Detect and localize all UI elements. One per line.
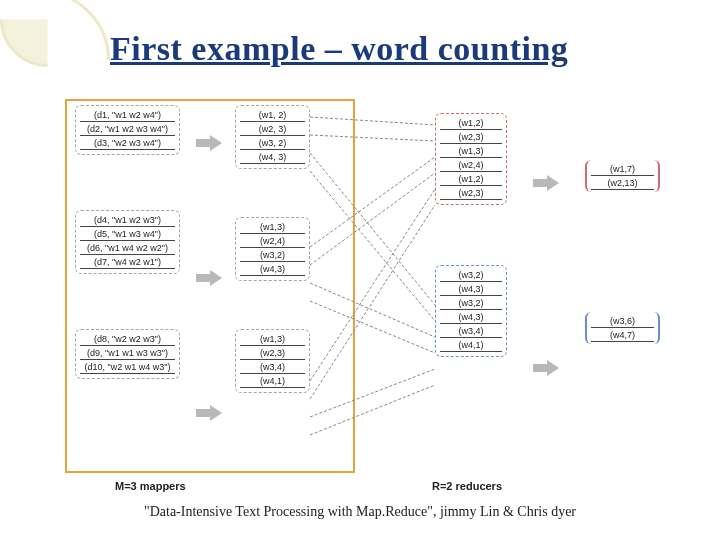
doc-cell: (d10, "w2 w1 w4 w3") xyxy=(80,360,175,374)
kv-cell: (w2, 3) xyxy=(240,122,305,136)
doc-cell: (d1, "w1 w2 w4") xyxy=(80,108,175,122)
doc-cell: (d4, "w1 w2 w3") xyxy=(80,213,175,227)
svg-marker-1 xyxy=(196,270,222,286)
kv-cell: (w4,3) xyxy=(440,282,502,296)
kv-cell: (w3,6) xyxy=(591,314,654,328)
output-column: (w1,7) (w2,13) (w3,6) (w4,7) xyxy=(585,95,660,384)
kv-cell: (w4,7) xyxy=(591,328,654,342)
kv-cell: (w1,3) xyxy=(240,220,305,234)
mapper1-output-box: (w1, 2) (w2, 3) (w3, 2) (w4, 3) xyxy=(235,105,310,169)
doc-cell: (d8, "w2 w2 w3") xyxy=(80,332,175,346)
doc-cell: (d3, "w2 w3 w4") xyxy=(80,136,175,150)
kv-cell: (w4,1) xyxy=(440,338,502,352)
arrow-icon xyxy=(196,135,222,151)
mapper2-input-box: (d4, "w1 w2 w3") (d5, "w1 w3 w4") (d6, "… xyxy=(75,210,180,274)
mapper1-input-box: (d1, "w1 w2 w4") (d2, "w1 w2 w3 w4") (d3… xyxy=(75,105,180,155)
svg-marker-4 xyxy=(533,360,559,376)
svg-line-10 xyxy=(310,173,435,265)
mappers-caption: M=3 mappers xyxy=(115,480,186,492)
kv-cell: (w1,3) xyxy=(240,332,305,346)
mapper3-output-box: (w1,3) (w2,3) (w3,4) (w4,1) xyxy=(235,329,310,393)
kv-cell: (w4,3) xyxy=(440,310,502,324)
kv-cell: (w4,3) xyxy=(240,262,305,276)
svg-line-6 xyxy=(310,135,435,141)
mapper-output-column: (w1, 2) (w2, 3) (w3, 2) (w4, 3) (w1,3) (… xyxy=(235,95,310,401)
svg-line-8 xyxy=(310,171,435,321)
mapper3-input-box: (d8, "w2 w2 w3") (d9, "w1 w1 w3 w3") (d1… xyxy=(75,329,180,379)
svg-line-9 xyxy=(310,157,435,247)
reducer1-input-box: (w1,2) (w2,3) (w1,3) (w2,4) (w1,2) (w2,3… xyxy=(435,113,507,205)
svg-line-12 xyxy=(310,301,435,353)
kv-cell: (w3,4) xyxy=(240,360,305,374)
kv-cell: (w3,2) xyxy=(240,248,305,262)
doc-cell: (d5, "w1 w3 w4") xyxy=(80,227,175,241)
kv-cell: (w2,3) xyxy=(240,346,305,360)
kv-cell: (w3,2) xyxy=(440,296,502,310)
source-column: (d1, "w1 w2 w4") (d2, "w1 w2 w3 w4") (d3… xyxy=(75,95,180,387)
arrow-icon xyxy=(533,360,559,376)
svg-marker-2 xyxy=(196,405,222,421)
kv-cell: (w3,2) xyxy=(440,268,502,282)
svg-marker-3 xyxy=(533,175,559,191)
output1-box: (w1,7) (w2,13) xyxy=(585,160,660,192)
kv-cell: (w1,2) xyxy=(440,172,502,186)
kv-cell: (w1,3) xyxy=(440,144,502,158)
svg-line-16 xyxy=(310,385,435,435)
kv-cell: (w4, 3) xyxy=(240,150,305,164)
kv-cell: (w4,1) xyxy=(240,374,305,388)
svg-line-7 xyxy=(310,153,435,305)
kv-cell: (w2,13) xyxy=(591,176,654,190)
kv-cell: (w2,4) xyxy=(240,234,305,248)
doc-cell: (d6, "w1 w4 w2 w2") xyxy=(80,241,175,255)
svg-line-15 xyxy=(310,369,435,417)
arrow-icon xyxy=(196,405,222,421)
reducers-caption: R=2 reducers xyxy=(432,480,502,492)
citation-text: "Data-Intensive Text Processing with Map… xyxy=(0,504,720,520)
arrow-icon xyxy=(196,270,222,286)
svg-line-11 xyxy=(310,283,435,337)
output2-box: (w3,6) (w4,7) xyxy=(585,312,660,344)
arrow-icon xyxy=(533,175,559,191)
reducer-input-column: (w1,2) (w2,3) (w1,3) (w2,4) (w1,2) (w2,3… xyxy=(435,95,507,365)
svg-line-5 xyxy=(310,117,435,125)
svg-line-13 xyxy=(310,189,435,381)
kv-cell: (w1,7) xyxy=(591,162,654,176)
doc-cell: (d7, "w4 w2 w1") xyxy=(80,255,175,269)
kv-cell: (w3,4) xyxy=(440,324,502,338)
kv-cell: (w2,4) xyxy=(440,158,502,172)
wordcount-diagram: (d1, "w1 w2 w4") (d2, "w1 w2 w3 w4") (d3… xyxy=(40,95,680,485)
kv-cell: (w1, 2) xyxy=(240,108,305,122)
kv-cell: (w1,2) xyxy=(440,116,502,130)
kv-cell: (w2,3) xyxy=(440,186,502,200)
slide-title: First example – word counting xyxy=(110,30,568,68)
mapper2-output-box: (w1,3) (w2,4) (w3,2) (w4,3) xyxy=(235,217,310,281)
reducer2-input-box: (w3,2) (w4,3) (w3,2) (w4,3) (w3,4) (w4,1… xyxy=(435,265,507,357)
svg-line-14 xyxy=(310,205,435,399)
doc-cell: (d9, "w1 w1 w3 w3") xyxy=(80,346,175,360)
doc-cell: (d2, "w1 w2 w3 w4") xyxy=(80,122,175,136)
svg-marker-0 xyxy=(196,135,222,151)
kv-cell: (w2,3) xyxy=(440,130,502,144)
kv-cell: (w3, 2) xyxy=(240,136,305,150)
